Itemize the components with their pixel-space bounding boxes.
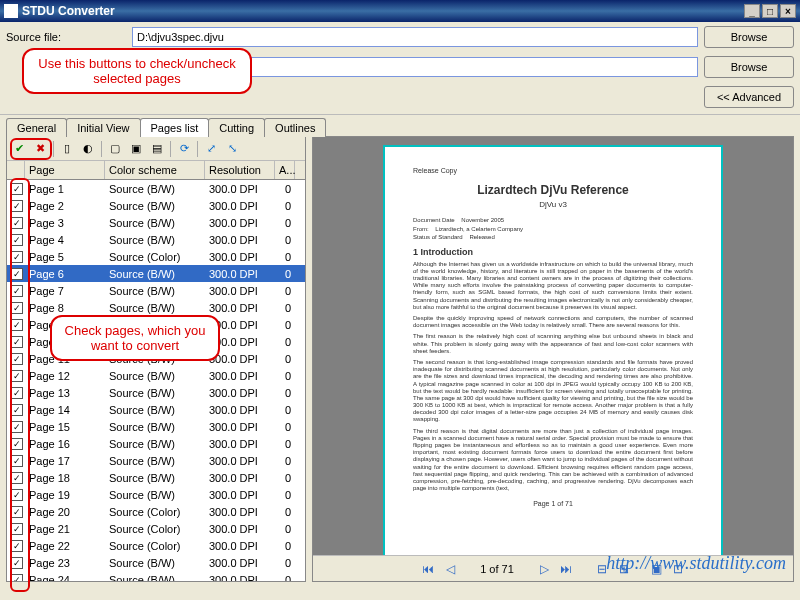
cell-res: 300.0 DPI	[205, 200, 275, 212]
cell-a: 0	[275, 268, 295, 280]
cell-res: 300.0 DPI	[205, 404, 275, 416]
cell-a: 0	[275, 285, 295, 297]
col-res[interactable]: Resolution	[205, 161, 275, 179]
cell-a: 0	[275, 557, 295, 569]
table-header: Page Color scheme Resolution A...	[7, 161, 305, 180]
cell-a: 0	[275, 251, 295, 263]
cell-a: 0	[275, 302, 295, 314]
table-row[interactable]: ✓Page 2Source (B/W)300.0 DPI0	[7, 197, 305, 214]
table-row[interactable]: ✓Page 6Source (B/W)300.0 DPI0	[7, 265, 305, 282]
cell-res: 300.0 DPI	[205, 438, 275, 450]
cell-res: 300.0 DPI	[205, 370, 275, 382]
cut3-icon[interactable]: ▤	[147, 139, 167, 159]
cell-page: Page 20	[25, 506, 105, 518]
cell-a: 0	[275, 217, 295, 229]
cell-page: Page 17	[25, 455, 105, 467]
titlebar: STDU Converter _ □ ×	[0, 0, 800, 22]
cell-scheme: Source (B/W)	[105, 421, 205, 433]
pv-footer: Page 1 of 71	[413, 500, 693, 508]
cell-scheme: Source (B/W)	[105, 200, 205, 212]
cell-page: Page 22	[25, 540, 105, 552]
tab-outlines[interactable]: Outlines	[264, 118, 326, 137]
source-label: Source file:	[6, 31, 126, 43]
table-row[interactable]: ✓Page 1Source (B/W)300.0 DPI0	[7, 180, 305, 197]
col-page[interactable]: Page	[25, 161, 105, 179]
table-row[interactable]: ✓Page 4Source (B/W)300.0 DPI0	[7, 231, 305, 248]
table-row[interactable]: ✓Page 12Source (B/W)300.0 DPI0	[7, 367, 305, 384]
cell-scheme: Source (B/W)	[105, 404, 205, 416]
table-row[interactable]: ✓Page 15Source (B/W)300.0 DPI0	[7, 418, 305, 435]
table-row[interactable]: ✓Page 17Source (B/W)300.0 DPI0	[7, 452, 305, 469]
contrast-icon[interactable]: ◐	[78, 139, 98, 159]
table-row[interactable]: ✓Page 19Source (B/W)300.0 DPI0	[7, 486, 305, 503]
preview-area[interactable]: Release Copy Lizardtech DjVu Reference D…	[313, 137, 793, 555]
cut2-icon[interactable]: ▣	[126, 139, 146, 159]
table-row[interactable]: ✓Page 5Source (Color)300.0 DPI0	[7, 248, 305, 265]
cell-res: 300.0 DPI	[205, 387, 275, 399]
browse-source-button[interactable]: Browse	[704, 26, 794, 48]
last-page-icon[interactable]: ⏭	[556, 559, 576, 579]
first-page-icon[interactable]: ⏮	[418, 559, 438, 579]
cell-scheme: Source (B/W)	[105, 302, 205, 314]
cell-a: 0	[275, 336, 295, 348]
cell-scheme: Source (B/W)	[105, 489, 205, 501]
pv-release: Release Copy	[413, 167, 693, 175]
cell-a: 0	[275, 234, 295, 246]
cell-res: 300.0 DPI	[205, 506, 275, 518]
col-scheme[interactable]: Color scheme	[105, 161, 205, 179]
cell-page: Page 8	[25, 302, 105, 314]
cell-scheme: Source (B/W)	[105, 557, 205, 569]
advanced-button[interactable]: << Advanced	[704, 86, 794, 108]
maximize-button[interactable]: □	[762, 4, 778, 18]
refresh-icon[interactable]: ⟳	[174, 139, 194, 159]
collapse-icon[interactable]: ⤡	[222, 139, 242, 159]
prev-page-icon[interactable]: ◁	[440, 559, 460, 579]
cell-res: 300.0 DPI	[205, 183, 275, 195]
window-title: STDU Converter	[22, 4, 115, 18]
table-row[interactable]: ✓Page 14Source (B/W)300.0 DPI0	[7, 401, 305, 418]
cell-a: 0	[275, 404, 295, 416]
table-row[interactable]: ✓Page 7Source (B/W)300.0 DPI0	[7, 282, 305, 299]
tab-initial-view[interactable]: Initial View	[66, 118, 140, 137]
table-row[interactable]: ✓Page 22Source (Color)300.0 DPI0	[7, 537, 305, 554]
table-row[interactable]: ✓Page 24Source (B/W)300.0 DPI0	[7, 571, 305, 581]
page-icon[interactable]: ▯	[57, 139, 77, 159]
table-row[interactable]: ✓Page 18Source (B/W)300.0 DPI0	[7, 469, 305, 486]
col-a[interactable]: A...	[275, 161, 295, 179]
table-row[interactable]: ✓Page 16Source (B/W)300.0 DPI0	[7, 435, 305, 452]
cell-a: 0	[275, 455, 295, 467]
cell-scheme: Source (Color)	[105, 506, 205, 518]
cut-icon[interactable]: ▢	[105, 139, 125, 159]
expand-icon[interactable]: ⤢	[201, 139, 221, 159]
table-row[interactable]: ✓Page 20Source (Color)300.0 DPI0	[7, 503, 305, 520]
minimize-button[interactable]: _	[744, 4, 760, 18]
app-icon	[4, 4, 18, 18]
cell-a: 0	[275, 523, 295, 535]
cell-res: 300.0 DPI	[205, 455, 275, 467]
cell-a: 0	[275, 387, 295, 399]
callout-check: Check pages, which you want to convert	[50, 315, 220, 361]
cell-page: Page 4	[25, 234, 105, 246]
cell-a: 0	[275, 489, 295, 501]
close-button[interactable]: ×	[780, 4, 796, 18]
table-body[interactable]: ✓Page 1Source (B/W)300.0 DPI0✓Page 2Sour…	[7, 180, 305, 581]
cell-scheme: Source (B/W)	[105, 438, 205, 450]
cell-scheme: Source (B/W)	[105, 472, 205, 484]
table-row[interactable]: ✓Page 13Source (B/W)300.0 DPI0	[7, 384, 305, 401]
tab-general[interactable]: General	[6, 118, 67, 137]
cell-scheme: Source (Color)	[105, 523, 205, 535]
source-input[interactable]	[132, 27, 698, 47]
watermark: http://www.stdutility.com	[606, 553, 786, 574]
table-row[interactable]: ✓Page 23Source (B/W)300.0 DPI0	[7, 554, 305, 571]
cell-res: 300.0 DPI	[205, 285, 275, 297]
table-row[interactable]: ✓Page 21Source (Color)300.0 DPI0	[7, 520, 305, 537]
tab-cutting[interactable]: Cutting	[208, 118, 265, 137]
table-row[interactable]: ✓Page 8Source (B/W)300.0 DPI0	[7, 299, 305, 316]
browse-dest-button[interactable]: Browse	[704, 56, 794, 78]
tab-pages-list[interactable]: Pages list	[140, 118, 210, 137]
cell-a: 0	[275, 574, 295, 582]
next-page-icon[interactable]: ▷	[534, 559, 554, 579]
cell-res: 300.0 DPI	[205, 523, 275, 535]
highlight-checkboxes	[10, 178, 30, 592]
table-row[interactable]: ✓Page 3Source (B/W)300.0 DPI0	[7, 214, 305, 231]
